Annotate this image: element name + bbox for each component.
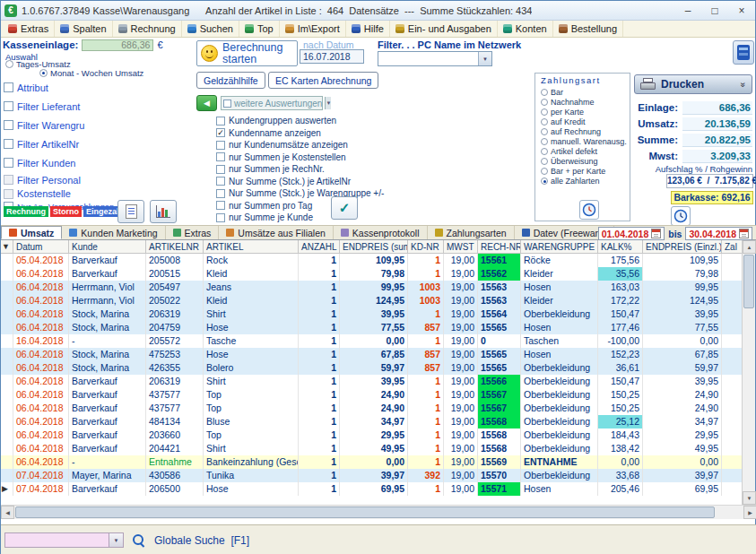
checkbox-filter-lieferant[interactable]: Filter Lieferant — [4, 97, 194, 116]
checkbox-kundengruppen-auswerten[interactable]: Kundengruppen auswerten — [216, 115, 384, 127]
maximize-button[interactable]: □ — [701, 1, 728, 20]
confirm-button[interactable]: ✓ — [331, 196, 358, 220]
table-row[interactable]: ▶07.04.2018Barverkauf206500Hose169,95119… — [1, 482, 743, 496]
quick-filter-combo[interactable]: ▼ — [4, 532, 124, 548]
column-header-anzahl[interactable]: ANZAHL — [299, 240, 340, 254]
chevron-down-icon[interactable]: ▼ — [478, 52, 491, 65]
document-button[interactable] — [117, 200, 144, 223]
column-header-rech-nr[interactable]: RECH-NR — [478, 240, 521, 254]
date-from-input[interactable]: 01.04.2018 — [598, 227, 665, 240]
table-row[interactable]: 06.04.2018Herrmann, Viol205022Kleid1124,… — [1, 294, 743, 307]
menu-item-top[interactable]: Top — [239, 21, 280, 37]
zahlungsart-alle-zahlarten[interactable]: alle Zahlarten — [541, 176, 627, 186]
column-header-kunde[interactable]: Kunde — [69, 240, 146, 254]
menu-item-suchen[interactable]: Suchen — [182, 21, 239, 37]
table-row[interactable]: 16.04.2018-205572Tasche10,00119,000Tasch… — [1, 334, 743, 348]
chart-button[interactable] — [150, 200, 177, 223]
menu-item-bestellung[interactable]: Bestellung — [553, 21, 623, 37]
table-row[interactable]: 07.04.2018Mayer, Marina430586Tunika139,9… — [1, 469, 743, 482]
menu-item-im-export[interactable]: Im\Export — [280, 21, 346, 37]
menu-item-ein-und-ausgaben[interactable]: Ein- und Ausgaben — [390, 21, 498, 37]
table-row[interactable]: 06.04.2018Stock, Marina204759Hose177,558… — [1, 321, 743, 334]
table-row[interactable]: 06.04.2018Barverkauf200515Kleid179,98119… — [1, 267, 743, 281]
tab-kassenprotokoll[interactable]: Kassenprotokoll — [334, 226, 428, 239]
table-row[interactable]: 06.04.2018Barverkauf437577Top124,90119,0… — [1, 402, 743, 415]
radio-monat-wochen-umsatz[interactable]: Monat - Wochen Umsatz — [39, 69, 143, 78]
back-button[interactable]: ◀ — [196, 95, 217, 111]
menu-item-spalten[interactable]: Spalten — [55, 21, 112, 37]
checkbox-nur-summen-pro-tag[interactable]: nur Summen pro Tag — [216, 200, 384, 212]
column-header-endpreis-sum[interactable]: ENDPREIS (sum) — [340, 240, 408, 254]
tab-extras[interactable]: Extras — [166, 226, 220, 239]
horizontal-scrollbar[interactable]: ◀ ▶ — [1, 505, 756, 519]
menu-item-extras[interactable]: Extras — [3, 21, 55, 37]
zahlungsart-bar-per-karte[interactable]: Bar + per Karte — [541, 166, 627, 176]
pc-name-combo[interactable]: ▼ — [378, 51, 492, 66]
checkbox-attribut[interactable]: Attribut — [4, 78, 194, 97]
chevron-down-icon[interactable]: ▼ — [109, 533, 123, 547]
menu-item-konten[interactable]: Konten — [498, 21, 553, 37]
zahlungsart-manuell-warenausg[interactable]: manuell. Warenausg. — [541, 136, 627, 146]
table-row[interactable]: 06.04.2018-EntnahmeBankeinzahlung (Gesch… — [1, 455, 743, 469]
weitere-auswertungen-dropdown[interactable]: weitere Auswertungen ▼ — [221, 96, 323, 110]
checkbox-nur-summen-je-kostenstellen[interactable]: nur Summen je Kostenstellen — [216, 151, 384, 164]
zahlungsart-überweisung[interactable]: Überweisung — [541, 156, 627, 166]
vertical-scrollbar-thumb[interactable] — [743, 255, 754, 308]
checkbox-filter-warengru[interactable]: Filter Warengru — [4, 116, 194, 134]
tab-umsatz[interactable]: Umsatz — [1, 226, 62, 239]
table-row[interactable]: 06.04.2018Stock, Marina475253Hose167,858… — [1, 348, 743, 361]
scroll-down-icon[interactable]: ▼ — [743, 491, 756, 505]
zahlungsart-artikel-defekt[interactable]: Artikel defekt — [541, 146, 627, 156]
time-button[interactable] — [579, 200, 599, 220]
table-row[interactable]: 06.04.2018Herrmann, Viol205497Jeans199,9… — [1, 281, 743, 294]
berechnung-starten-button[interactable]: Berechnung starten — [196, 40, 298, 66]
checkbox-kundenname-anzeigen[interactable]: ✓Kundenname anzeigen — [216, 127, 384, 140]
minimize-button[interactable]: – — [674, 1, 701, 20]
sort-indicator-icon[interactable]: ▼ — [1, 240, 13, 254]
column-header-artikel[interactable]: ARTIKEL — [204, 240, 299, 254]
history-button[interactable] — [671, 206, 691, 226]
column-header-datum[interactable]: Datum — [13, 240, 69, 254]
column-header-zal[interactable]: Zal — [722, 240, 743, 254]
checkbox-filter-kunden[interactable]: Filter Kunden — [4, 153, 194, 172]
datum-input[interactable]: 16.07.2018 — [300, 49, 364, 64]
table-row[interactable]: 06.04.2018Barverkauf204421Shirt149,95119… — [1, 442, 743, 455]
date-to-input[interactable]: 30.04.2018 — [685, 227, 752, 240]
checkbox-nur-summe-stck-je-artikelnr[interactable]: Nur Summe (Stck.) je ArtikelNr — [216, 176, 384, 188]
tab-umsätze-aus-filialen[interactable]: Umsätze aus Filialen — [219, 226, 333, 239]
column-header-warengruppe[interactable]: WARENGRUPPE — [521, 240, 598, 254]
checkbox-kostenstelle[interactable]: Kostenstelle — [4, 187, 194, 200]
drucken-button[interactable]: Drucken » — [634, 74, 752, 94]
menu-item-rechnung[interactable]: Rechnung — [113, 21, 182, 37]
checkbox-nur-kundenumsätze-anzeigen[interactable]: nur Kundenumsätze anzeigen — [216, 139, 384, 151]
column-header-endpreis-einzl[interactable]: ENDPREIS (Einzl.) — [643, 240, 722, 254]
column-header-artikelnr[interactable]: ARTIKELNR — [146, 240, 204, 254]
ec-karten-abrechnung-button[interactable]: EC Karten Abrechnung — [268, 72, 378, 89]
tab-zahlungsarten[interactable]: Zahlungsarten — [428, 226, 515, 239]
calendar-icon[interactable] — [651, 229, 661, 238]
column-header-mwst[interactable]: MWST — [444, 240, 478, 254]
calendar-icon[interactable] — [739, 229, 749, 238]
network-button[interactable] — [733, 40, 754, 65]
checkbox-nur-summen-je-rechnr[interactable]: nur Summen je RechNr. — [216, 163, 384, 176]
checkbox-nur-summe-stck-je-warengruppe[interactable]: Nur Summe (Stck.) je Warengruppe +/- — [216, 187, 384, 200]
scroll-left-icon[interactable]: ◀ — [1, 506, 14, 519]
zahlungsart-bar[interactable]: Bar — [541, 87, 627, 97]
scroll-right-icon[interactable]: ▶ — [743, 506, 756, 519]
checkbox-filter-personal[interactable]: Filter Personal — [4, 172, 194, 187]
checkbox-nur-summe-je-kunde[interactable]: nur Summe je Kunde — [216, 212, 384, 224]
table-row[interactable]: 06.04.2018Barverkauf206319Shirt139,95119… — [1, 375, 743, 388]
tab-kunden-marketing[interactable]: Kunden Marketing — [62, 226, 165, 239]
table-row[interactable]: 05.04.2018Barverkauf205008Rock1109,95119… — [1, 254, 743, 267]
checkbox-filter-artikelnr[interactable]: Filter ArtikelNr — [4, 134, 194, 153]
table-row[interactable]: 06.04.2018Stock, Marina206319Shirt139,95… — [1, 307, 743, 321]
kasseneinlage-input[interactable]: 686,36 — [82, 39, 153, 51]
zahlungsart-nachnahme[interactable]: Nachnahme — [541, 97, 627, 107]
table-row[interactable]: 06.04.2018Barverkauf484134Bluse134,97119… — [1, 415, 743, 428]
table-row[interactable]: 06.04.2018Stock, Marina426355Bolero159,9… — [1, 361, 743, 375]
column-header-kalk[interactable]: KALK% — [598, 240, 643, 254]
close-button[interactable]: × — [728, 1, 755, 20]
table-row[interactable]: 06.04.2018Barverkauf203660Top129,95119,0… — [1, 428, 743, 442]
vertical-scrollbar[interactable]: ▲ ▼ — [742, 240, 755, 505]
scroll-up-icon[interactable]: ▲ — [743, 240, 756, 254]
